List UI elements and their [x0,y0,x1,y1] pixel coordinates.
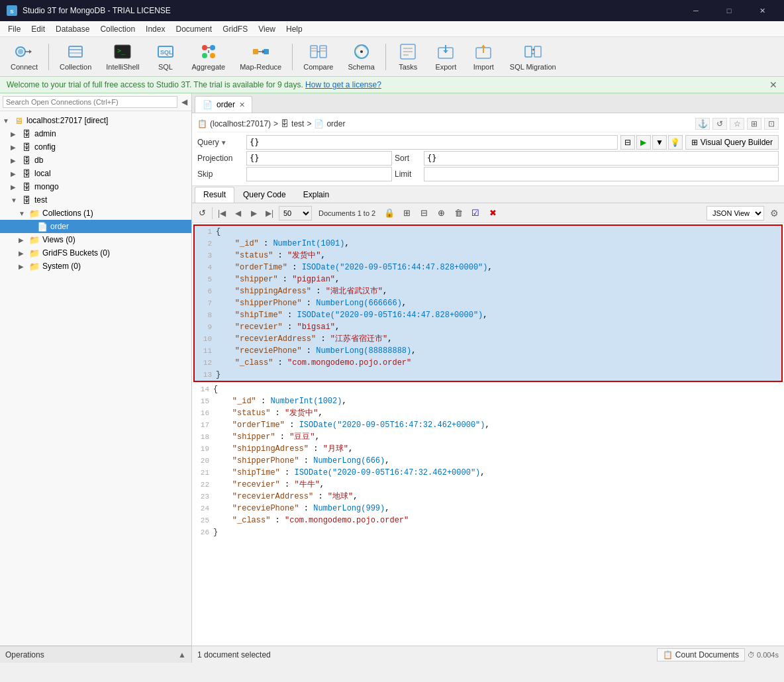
query-options-button[interactable]: ⊟ [620,135,635,150]
collection-button[interactable]: Collection [53,39,98,75]
sidebar-item-localhost[interactable]: ▼ 🖥 localhost:27017 [direct] [0,114,191,127]
export-button[interactable]: Export [428,39,464,75]
query-input[interactable] [246,135,618,150]
doc-line: 18 "shipper" : "豆豆", [192,431,784,443]
menu-view[interactable]: View [253,21,281,36]
close-view-button[interactable]: ✖ [485,206,500,220]
connect-button[interactable]: Connect [4,39,44,75]
intellishell-icon: >_ [113,42,132,61]
first-page-button[interactable]: |◀ [215,206,228,220]
trial-close-button[interactable]: ✕ [769,79,777,90]
tab-query-code[interactable]: Query Code [234,187,295,203]
test-label: test [34,195,47,205]
refresh-button[interactable]: ↺ [195,206,209,220]
count-docs-icon: 📋 [663,650,673,659]
connect-label: Connect [11,63,38,71]
compare-button[interactable]: Compare [297,39,340,75]
sidebar-item-local[interactable]: ▶ 🗄 local [0,167,191,180]
projection-input[interactable] [246,151,392,166]
tab-order[interactable]: 📄 order ✕ [195,96,252,113]
operations-toggle[interactable]: ▲ [178,650,186,659]
sidebar-collapse-button[interactable]: ◀ [180,96,189,108]
tab-close-button[interactable]: ✕ [239,101,245,109]
breadcrumb-btn1[interactable]: ↺ [712,118,727,130]
query-hint-button[interactable]: 💡 [668,135,683,150]
add-button[interactable]: ⊕ [434,206,448,220]
last-page-button[interactable]: ▶| [263,206,276,220]
view-select[interactable]: JSON View Table View Tree View [707,206,764,220]
tasks-button[interactable]: Tasks [390,39,426,75]
search-input[interactable] [3,96,177,108]
menu-collection[interactable]: Collection [95,21,140,36]
copy-button[interactable]: ⊞ [399,206,414,220]
menu-help[interactable]: Help [281,21,308,36]
count-documents-button[interactable]: 📋 Count Documents [657,648,745,661]
query-run-button[interactable]: ▶ [636,135,651,150]
sidebar-item-test[interactable]: ▼ 🗄 test [0,193,191,207]
sqlmigration-button[interactable]: SQL Migration [503,39,563,75]
doc-line: 8 "shipTime" : ISODate("2020-09-05T16:44… [195,309,781,321]
document-2[interactable]: 14{ 15 "_id" : NumberInt(1002), 16 "stat… [192,383,784,538]
sidebar-item-db[interactable]: ▶ 🗄 db [0,154,191,167]
query-run-dropdown[interactable]: ▼ [652,135,667,150]
sql-button[interactable]: SQL SQL [147,39,183,75]
menu-index[interactable]: Index [140,21,170,36]
sidebar-item-system[interactable]: ▶ 📁 System (0) [0,260,191,273]
prev-page-button[interactable]: ◀ [231,206,244,220]
tree-arrow-local: ▶ [11,170,19,177]
breadcrumb-btn4[interactable]: ⊡ [764,118,779,130]
intellishell-button[interactable]: >_ IntelliShell [99,39,146,75]
sidebar-item-config[interactable]: ▶ 🗄 config [0,140,191,154]
breadcrumb-btn2[interactable]: ☆ [730,118,744,130]
menu-document[interactable]: Document [170,21,217,36]
statusbar: 1 document selected 📋 Count Documents ⏱ … [192,646,784,663]
mapreduce-button[interactable]: Map-Reduce [233,39,288,75]
close-button[interactable]: ✕ [747,0,777,21]
titlebar: S Studio 3T for MongoDB - TRIAL LICENSE … [0,0,784,21]
anchor-button[interactable]: ⚓ [695,118,710,130]
sidebar-item-views[interactable]: ▶ 📁 Views (0) [0,233,191,246]
limit-input[interactable] [424,167,779,181]
skip-input[interactable] [246,167,392,181]
schema-button[interactable]: Schema [341,39,381,75]
db-icon-mongo: 🗄 [21,181,32,192]
next-page-button[interactable]: ▶ [247,206,260,220]
import-button[interactable]: Import [466,39,502,75]
sidebar-item-admin[interactable]: ▶ 🗄 admin [0,127,191,140]
menu-file[interactable]: File [3,21,26,36]
menu-gridfs[interactable]: GridFS [217,21,253,36]
sidebar-item-gridfs[interactable]: ▶ 📁 GridFS Buckets (0) [0,246,191,260]
query-dropdown-arrow[interactable]: ▼ [220,139,227,146]
query-label: Query ▼ [197,138,244,147]
visual-query-builder-button[interactable]: ⊞ Visual Query Builder [685,135,779,150]
doc-line: 19 "shippingAdress" : "月球", [192,443,784,455]
aggregate-button[interactable]: Aggregate [185,39,232,75]
tree-arrow-config: ▶ [11,144,19,151]
breadcrumb-icon: 📋 [197,119,207,128]
svg-rect-43 [534,46,541,57]
doc-line: 10 "recevierAddress" : "江苏省宿迁市", [195,333,781,345]
document-1-selected[interactable]: 1{ 2 "_id" : NumberInt(1001), 3 "status"… [193,224,783,382]
tab-result[interactable]: Result [195,187,234,203]
settings-button[interactable]: ⚙ [767,206,781,220]
db-icon-admin: 🗄 [21,128,32,139]
paste-button[interactable]: ⊟ [416,206,431,220]
doc-line: 11 "receviePhone" : NumberLong(88888888)… [195,345,781,357]
delete-button[interactable]: 🗑 [451,206,466,220]
lock-button[interactable]: 🔒 [382,206,397,220]
doc-line: 2 "_id" : NumberInt(1001), [195,238,781,250]
trial-link[interactable]: How to get a license? [305,80,381,89]
sidebar-item-mongo[interactable]: ▶ 🗄 mongo [0,180,191,193]
page-size-select[interactable]: 50 100 200 [279,206,312,220]
tab-explain[interactable]: Explain [295,187,338,203]
breadcrumb-btn3[interactable]: ⊞ [747,118,761,130]
menu-edit[interactable]: Edit [26,21,50,36]
minimize-button[interactable]: ─ [681,0,711,21]
check-button[interactable]: ☑ [468,206,483,220]
sidebar-item-collections[interactable]: ▼ 📁 Collections (1) [0,207,191,220]
sort-input[interactable] [424,151,779,166]
tab-label: order [217,100,235,109]
maximize-button[interactable]: □ [714,0,744,21]
sidebar-item-order[interactable]: 📄 order [0,220,191,233]
menu-database[interactable]: Database [50,21,95,36]
